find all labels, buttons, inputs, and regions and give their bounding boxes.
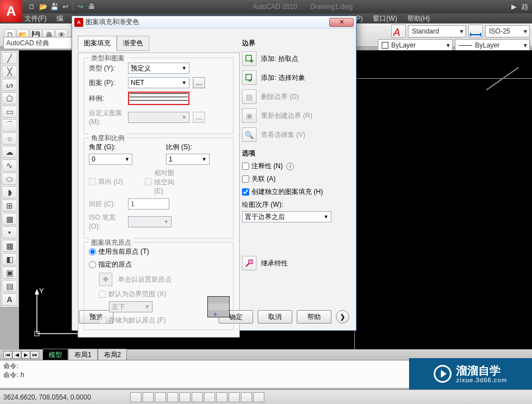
tab-nav: ⏮ ◀ ▶ ⏭	[3, 351, 39, 359]
draw-order-label: 绘图次序 (W):	[242, 200, 343, 210]
new-icon[interactable]: 🗋	[27, 2, 37, 12]
double-checkbox	[89, 178, 96, 186]
status-toggle[interactable]	[167, 392, 178, 402]
quick-access-toolbar: 🗋 📂 💾 ↩ ↪ 🖶 AutoCAD 2010 Drawing1.dwg ▶ …	[0, 0, 532, 13]
tab-model[interactable]: 模型	[42, 349, 68, 361]
redo-icon[interactable]: ↪	[75, 2, 86, 12]
line-icon[interactable]: ╱	[2, 52, 17, 64]
svg-text:Y: Y	[39, 287, 44, 295]
dialog-icon: A	[74, 18, 83, 27]
status-toggle[interactable]	[179, 392, 191, 402]
rel-paperspace-checkbox	[145, 178, 152, 186]
rectangle-icon[interactable]: ▭	[2, 106, 17, 118]
tab-layout1[interactable]: 布局1	[68, 349, 98, 361]
sample-swatch[interactable]	[128, 92, 189, 105]
help-button[interactable]: 帮助	[297, 310, 331, 324]
cancel-button[interactable]: 取消	[258, 310, 292, 324]
search-arrow-icon[interactable]: ▶	[509, 2, 519, 12]
menu-edit[interactable]: 编	[56, 14, 63, 23]
ellipse-arc-icon[interactable]: ◗	[2, 186, 17, 198]
tab-layout2[interactable]: 布局2	[98, 349, 127, 361]
pattern-label: 图案 (P):	[89, 78, 125, 88]
store-default-checkbox	[99, 317, 106, 324]
app-menu-button[interactable]: A	[0, 0, 22, 27]
angle-select[interactable]: 0▼	[89, 154, 132, 165]
title-bar: AutoCAD 2010 Drawing1.dwg	[99, 3, 506, 11]
region-icon[interactable]: ▣	[2, 267, 17, 279]
dimstyle-combo[interactable]: ISO-25▾	[485, 25, 530, 37]
tab-gradient[interactable]: 渐变色	[117, 36, 149, 51]
textstyle-combo[interactable]: Standard▾	[408, 25, 466, 37]
tab-prev-icon[interactable]: ◀	[12, 351, 21, 359]
menu-file[interactable]: 文件(F)	[25, 14, 46, 23]
drawing-rect	[354, 78, 532, 349]
textstyle-icon[interactable]: A	[391, 25, 406, 38]
block-insert-icon[interactable]: ⊞	[2, 199, 17, 212]
menu-window[interactable]: 窗口(W)	[373, 14, 397, 23]
status-toggle[interactable]	[142, 392, 154, 402]
doc-title: Drawing1.dwg	[310, 3, 353, 11]
add-pick-points-button[interactable]	[242, 51, 256, 66]
circle-icon[interactable]: ○	[2, 132, 17, 145]
status-toggle[interactable]	[130, 392, 141, 402]
annotative-checkbox[interactable]	[242, 163, 249, 170]
independent-hatch-checkbox[interactable]	[242, 188, 249, 196]
origin-marker-icon: +	[213, 310, 217, 319]
close-button[interactable]: ✕	[329, 18, 354, 27]
status-toggle[interactable]	[229, 392, 240, 402]
hatch-icon[interactable]: ▩	[2, 240, 17, 252]
dimstyle-icon[interactable]	[468, 25, 483, 38]
tab-last-icon[interactable]: ⏭	[30, 351, 39, 359]
tab-first-icon[interactable]: ⏮	[3, 351, 12, 359]
undo-dropdown-icon[interactable]: ↩	[60, 2, 70, 12]
inherit-properties-button[interactable]	[242, 256, 256, 270]
menu-help[interactable]: 帮助(H)	[407, 14, 430, 23]
gradient-icon[interactable]: ◧	[2, 253, 17, 265]
revcloud-icon[interactable]: ☁	[2, 146, 17, 158]
pattern-select[interactable]: NET▼	[128, 77, 189, 88]
app-title: AutoCAD 2010	[253, 3, 297, 11]
point-icon[interactable]: •	[2, 226, 17, 239]
open-icon[interactable]: 📂	[38, 2, 48, 12]
draw-order-select[interactable]: 置于边界之后▼	[242, 211, 331, 222]
overflow-icon[interactable]: 趋	[520, 2, 530, 12]
expand-button[interactable]: ❯	[336, 310, 349, 324]
table-icon[interactable]: ▤	[2, 280, 17, 292]
info-icon[interactable]: i	[286, 163, 294, 170]
print-icon[interactable]: 🖶	[87, 2, 97, 12]
color-combo[interactable]: ByLayer▾	[378, 39, 453, 51]
mtext-icon[interactable]: A	[2, 293, 17, 306]
watermark-title: 溜溜自学	[456, 364, 507, 377]
status-toggle[interactable]	[241, 392, 252, 402]
boundary-heading: 边界	[242, 39, 343, 48]
dialog-titlebar[interactable]: A 图案填充和渐变色 ✕	[72, 16, 356, 28]
arc-icon[interactable]: ⌒	[2, 119, 17, 131]
status-toggle[interactable]	[253, 392, 264, 402]
polyline-icon[interactable]: ᔕ	[2, 79, 17, 91]
status-toggle[interactable]	[216, 392, 227, 402]
xline-icon[interactable]: ╳	[2, 65, 17, 78]
origin-pos-select: 左下▼	[109, 301, 153, 312]
tab-next-icon[interactable]: ▶	[21, 351, 30, 359]
linetype-combo[interactable]: ByLayer▾	[455, 39, 530, 51]
use-current-origin-radio[interactable]	[89, 248, 96, 255]
play-icon	[434, 365, 452, 383]
specified-origin-radio[interactable]	[89, 261, 96, 268]
block-create-icon[interactable]: ▦	[2, 213, 17, 225]
add-select-objects-button[interactable]	[242, 70, 256, 85]
save-icon[interactable]: 💾	[49, 2, 59, 12]
tab-hatch[interactable]: 图案填充	[78, 36, 117, 51]
ellipse-icon[interactable]: ⬭	[2, 173, 17, 185]
svg-rect-10	[246, 74, 251, 80]
type-select[interactable]: 预定义▼	[128, 63, 189, 74]
spline-icon[interactable]: ∿	[2, 159, 17, 172]
polygon-icon[interactable]: ⬠	[2, 92, 17, 104]
associative-checkbox[interactable]	[242, 175, 249, 183]
pattern-browse-button[interactable]: …	[193, 77, 205, 88]
spacing-input	[128, 198, 169, 210]
scale-select[interactable]: 1▼	[166, 154, 210, 165]
status-toggle[interactable]	[155, 392, 166, 402]
status-toggle[interactable]	[192, 392, 203, 402]
status-toggle[interactable]	[204, 392, 215, 402]
view-selection-button: 🔍	[242, 127, 256, 142]
